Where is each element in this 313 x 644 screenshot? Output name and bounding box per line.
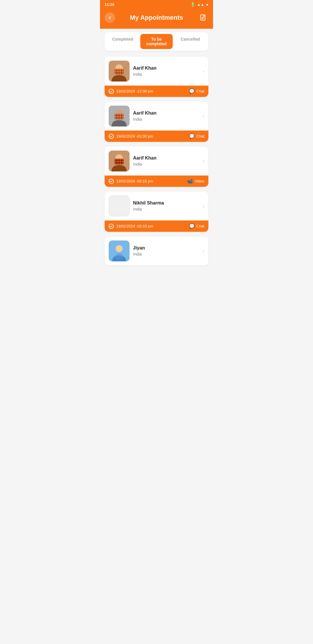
header: My Appointments: [100, 9, 213, 29]
appointment-location: India: [133, 162, 199, 167]
chat-icon: 💬: [189, 133, 195, 139]
chat-icon: 💬: [189, 223, 195, 229]
page-title: My Appointments: [115, 14, 198, 21]
appointment-top: Aarif Khan India ›: [105, 57, 208, 86]
chevron-right-icon: ›: [203, 68, 204, 74]
appointment-info: Aarif Khan India: [133, 155, 199, 167]
avatar: [109, 106, 130, 126]
chevron-right-icon: ›: [203, 248, 204, 254]
chat-icon: 💬: [189, 88, 195, 94]
appointment-top: Aarif Khan India ›: [105, 102, 208, 131]
appointment-name: Aarif Khan: [133, 111, 199, 116]
appointment-name: Aarif Khan: [133, 155, 199, 161]
chevron-right-icon: ›: [203, 203, 204, 209]
appointment-top: Nikhil Sharma India ›: [105, 191, 208, 220]
chevron-right-icon: ›: [203, 113, 204, 119]
appointment-card[interactable]: Aarif Khan India › 19/02/2024 -02:15 pm …: [105, 146, 208, 187]
appointment-bottom: 19/02/2024 -03:10 pm 💬 Chat: [105, 220, 208, 232]
appointment-card[interactable]: Aarif Khan India › 19/02/2024 -12:30 pm …: [105, 57, 208, 97]
video-icon: 📹: [187, 178, 193, 184]
tab-cancelled[interactable]: Cancelled: [174, 34, 207, 49]
status-icons: 🔋 ▲▲ ●: [190, 2, 208, 7]
wifi-icon: ▲▲: [197, 2, 204, 7]
appointment-location: India: [133, 72, 199, 77]
svg-point-30: [115, 254, 123, 259]
svg-rect-0: [201, 15, 205, 20]
appointment-datetime: 19/02/2024 -01:00 pm: [109, 134, 153, 139]
appointment-type: 💬 Chat: [189, 88, 204, 94]
tab-completed[interactable]: Completed: [106, 34, 139, 49]
check-icon: [109, 134, 114, 139]
avatar: [109, 151, 130, 171]
appointment-name: Nikhil Sharma: [133, 200, 199, 206]
check-icon: [109, 89, 114, 94]
appointment-info: Aarif Khan India: [133, 111, 199, 122]
appointment-info: Aarif Khan India: [133, 66, 199, 77]
appointment-card[interactable]: Aarif Khan India › 19/02/2024 -01:00 pm …: [105, 102, 208, 142]
appointment-info: Nikhil Sharma India: [133, 200, 199, 211]
appointment-location: India: [133, 117, 199, 122]
appointment-type: 💬 Chat: [189, 133, 204, 139]
signal-icon: ●: [206, 2, 208, 7]
avatar: [109, 61, 130, 82]
appointment-datetime: 19/02/2024 -03:10 pm: [109, 224, 153, 229]
battery-icon: 🔋: [190, 2, 195, 7]
appointment-top: Jiyan India ›: [105, 236, 208, 265]
appointment-datetime: 19/02/2024 -02:15 pm: [109, 179, 153, 184]
status-time: 11:20: [105, 2, 114, 7]
appointment-card[interactable]: Nikhil Sharma India › 19/02/2024 -03:10 …: [105, 191, 208, 232]
tabs-container: Completed To be completed Cancelled: [105, 32, 208, 51]
avatar: [109, 196, 130, 216]
appointment-location: India: [133, 252, 199, 256]
appointment-location: India: [133, 207, 199, 211]
check-icon: [109, 224, 114, 229]
status-bar: 11:20 🔋 ▲▲ ●: [100, 0, 213, 9]
chevron-right-icon: ›: [203, 158, 204, 164]
tab-to-be-completed[interactable]: To be completed: [140, 34, 173, 49]
appointment-bottom: 19/02/2024 -02:15 pm 📹 Video: [105, 176, 208, 187]
appointment-name: Jiyan: [133, 245, 199, 251]
back-button[interactable]: [105, 12, 115, 23]
appointment-datetime: 19/02/2024 -12:30 pm: [109, 89, 153, 94]
svg-point-29: [116, 245, 123, 252]
appointment-type: 📹 Video: [187, 178, 204, 184]
appointment-bottom: 19/02/2024 -01:00 pm 💬 Chat: [105, 131, 208, 142]
avatar: [109, 240, 130, 261]
appointment-top: Aarif Khan India ›: [105, 146, 208, 176]
notes-button[interactable]: [198, 12, 208, 23]
appointment-card[interactable]: Jiyan India ›: [105, 236, 208, 265]
appointment-bottom: 19/02/2024 -12:30 pm 💬 Chat: [105, 86, 208, 97]
appointment-info: Jiyan India: [133, 245, 199, 256]
check-icon: [109, 179, 114, 184]
appointments-list: Aarif Khan India › 19/02/2024 -12:30 pm …: [100, 54, 213, 274]
appointment-name: Aarif Khan: [133, 66, 199, 71]
appointment-type: 💬 Chat: [189, 223, 204, 229]
